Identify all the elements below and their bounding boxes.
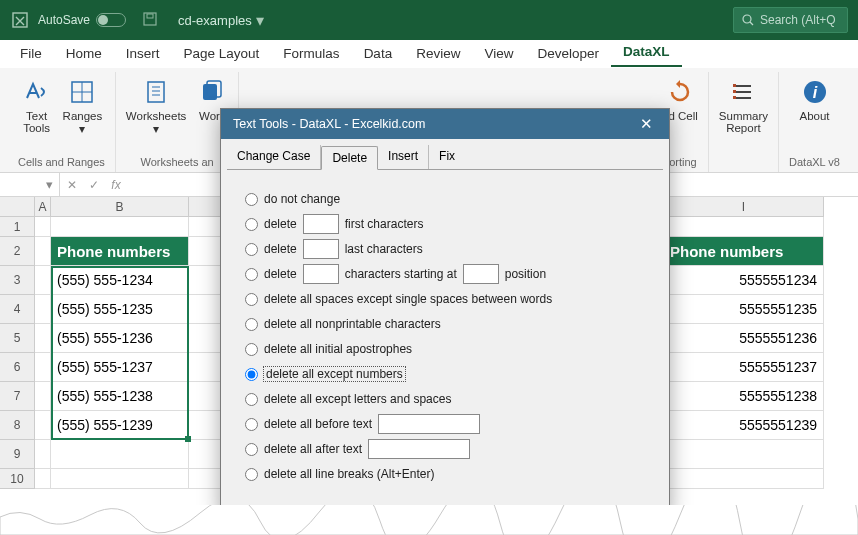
cell[interactable] xyxy=(35,411,51,440)
radio-do-not-change[interactable] xyxy=(245,193,258,206)
dialog-tab-delete[interactable]: Delete xyxy=(321,146,378,170)
dialog-title-bar[interactable]: Text Tools - DataXL - Excelkid.com ✕ xyxy=(221,109,669,139)
cell[interactable] xyxy=(664,440,824,469)
cell[interactable] xyxy=(35,266,51,295)
enter-icon[interactable]: ✓ xyxy=(88,178,100,192)
radio-delete-spaces[interactable] xyxy=(245,293,258,306)
row-head[interactable]: 3 xyxy=(0,266,35,295)
cell[interactable] xyxy=(664,469,824,489)
group-label: Cells and Ranges xyxy=(18,154,105,172)
select-all-corner[interactable] xyxy=(0,197,35,217)
close-icon[interactable]: ✕ xyxy=(636,115,657,133)
radio-delete-first[interactable] xyxy=(245,218,258,231)
cell[interactable]: (555) 555-1234 xyxy=(51,266,189,295)
search-box[interactable]: Search (Alt+Q xyxy=(733,7,848,33)
tab-review[interactable]: Review xyxy=(404,42,472,67)
worksheets-button[interactable]: Worksheets ▾ xyxy=(126,76,187,136)
input-after-text[interactable] xyxy=(368,439,470,459)
cell[interactable] xyxy=(35,353,51,382)
cancel-icon[interactable]: ✕ xyxy=(66,178,78,192)
row-head[interactable]: 1 xyxy=(0,217,35,237)
radio-delete-starting[interactable] xyxy=(245,268,258,281)
svg-text:i: i xyxy=(812,84,817,101)
radio-delete-apostrophes[interactable] xyxy=(245,343,258,356)
cell[interactable] xyxy=(35,295,51,324)
radio-delete-nonprintable[interactable] xyxy=(245,318,258,331)
fx-icon[interactable]: fx xyxy=(110,178,122,192)
dialog-title: Text Tools - DataXL - Excelkid.com xyxy=(233,117,425,131)
dialog-body: do not change deletefirst characters del… xyxy=(227,169,663,513)
tab-formulas[interactable]: Formulas xyxy=(271,42,351,67)
cell[interactable] xyxy=(35,237,51,266)
save-icon[interactable] xyxy=(142,11,160,29)
name-box[interactable]: ▾ xyxy=(0,173,60,196)
summary-report-button[interactable]: Summary Report xyxy=(719,76,768,134)
cell[interactable]: 5555551237 xyxy=(664,353,824,382)
input-first-chars[interactable] xyxy=(303,214,339,234)
col-head-a[interactable]: A xyxy=(35,197,51,217)
cell[interactable]: (555) 555-1235 xyxy=(51,295,189,324)
dialog-tab-change-case[interactable]: Change Case xyxy=(227,145,321,169)
input-count[interactable] xyxy=(303,264,339,284)
radio-delete-linebreaks[interactable] xyxy=(245,468,258,481)
radio-delete-except-letters[interactable] xyxy=(245,393,258,406)
cell[interactable] xyxy=(35,382,51,411)
cell[interactable]: 5555551235 xyxy=(664,295,824,324)
cell[interactable] xyxy=(51,217,189,237)
cell[interactable] xyxy=(35,217,51,237)
ranges-button[interactable]: Ranges ▾ xyxy=(63,76,103,136)
tab-dataxl[interactable]: DataXL xyxy=(611,40,682,67)
tab-page-layout[interactable]: Page Layout xyxy=(172,42,272,67)
input-position[interactable] xyxy=(463,264,499,284)
cell[interactable] xyxy=(51,440,189,469)
cell[interactable]: (555) 555-1237 xyxy=(51,353,189,382)
cell[interactable]: (555) 555-1239 xyxy=(51,411,189,440)
cell-header-i[interactable]: Phone numbers xyxy=(664,237,824,266)
dialog-tab-insert[interactable]: Insert xyxy=(378,145,429,169)
tab-data[interactable]: Data xyxy=(352,42,405,67)
workbook-name[interactable]: cd-examples xyxy=(178,13,252,28)
tab-insert[interactable]: Insert xyxy=(114,42,172,67)
cell[interactable]: 5555551234 xyxy=(664,266,824,295)
cell[interactable]: (555) 555-1236 xyxy=(51,324,189,353)
cell[interactable]: 5555551238 xyxy=(664,382,824,411)
row-head[interactable]: 9 xyxy=(0,440,35,469)
cell[interactable] xyxy=(35,440,51,469)
radio-delete-except-numbers[interactable] xyxy=(245,368,258,381)
cell[interactable] xyxy=(35,324,51,353)
dropdown-caret-icon: ▾ xyxy=(256,11,264,30)
workbooks-icon xyxy=(196,76,228,108)
text-tools-button[interactable]: Text Tools xyxy=(21,76,53,134)
svg-rect-2 xyxy=(147,14,153,18)
tab-home[interactable]: Home xyxy=(54,42,114,67)
cell[interactable]: 5555551236 xyxy=(664,324,824,353)
search-placeholder: Search (Alt+Q xyxy=(760,13,836,27)
cell[interactable] xyxy=(35,469,51,489)
input-last-chars[interactable] xyxy=(303,239,339,259)
svg-line-4 xyxy=(750,22,753,25)
cell[interactable]: 5555551239 xyxy=(664,411,824,440)
tab-file[interactable]: File xyxy=(8,42,54,67)
dialog-tab-fix[interactable]: Fix xyxy=(429,145,465,169)
radio-delete-after[interactable] xyxy=(245,443,258,456)
cell[interactable]: (555) 555-1238 xyxy=(51,382,189,411)
autosave-toggle[interactable]: AutoSave xyxy=(38,13,126,27)
col-head-i[interactable]: I xyxy=(664,197,824,217)
tab-developer[interactable]: Developer xyxy=(525,42,611,67)
row-head[interactable]: 2 xyxy=(0,237,35,266)
tab-view[interactable]: View xyxy=(472,42,525,67)
row-head[interactable]: 4 xyxy=(0,295,35,324)
cell[interactable] xyxy=(51,469,189,489)
cell-header-b[interactable]: Phone numbers xyxy=(51,237,189,266)
radio-delete-before[interactable] xyxy=(245,418,258,431)
about-button[interactable]: iAbout xyxy=(799,76,831,122)
row-head[interactable]: 10 xyxy=(0,469,35,489)
row-head[interactable]: 7 xyxy=(0,382,35,411)
input-before-text[interactable] xyxy=(378,414,480,434)
row-head[interactable]: 8 xyxy=(0,411,35,440)
radio-delete-last[interactable] xyxy=(245,243,258,256)
row-head[interactable]: 6 xyxy=(0,353,35,382)
cell[interactable] xyxy=(664,217,824,237)
col-head-b[interactable]: B xyxy=(51,197,189,217)
row-head[interactable]: 5 xyxy=(0,324,35,353)
